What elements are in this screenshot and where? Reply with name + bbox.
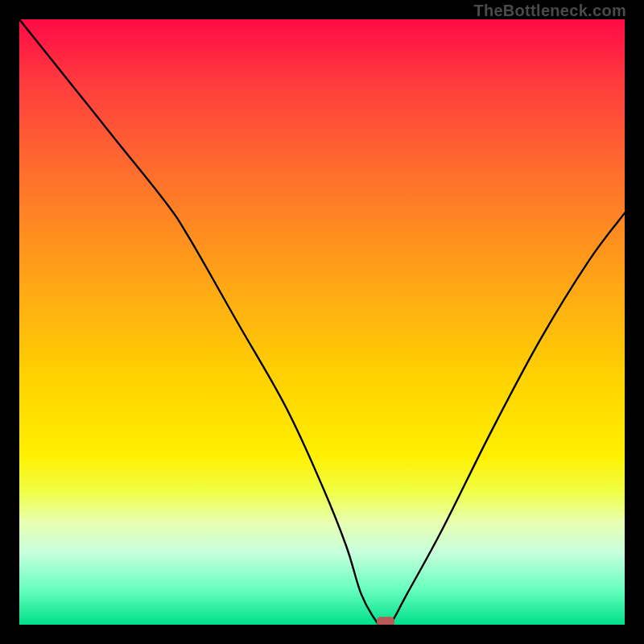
chart-svg bbox=[19, 19, 625, 625]
bottleneck-curve bbox=[19, 19, 625, 625]
watermark-text: TheBottleneck.com bbox=[473, 2, 626, 20]
plot-area bbox=[19, 19, 625, 625]
chart-frame: TheBottleneck.com bbox=[0, 0, 644, 644]
optimal-marker bbox=[377, 617, 394, 625]
